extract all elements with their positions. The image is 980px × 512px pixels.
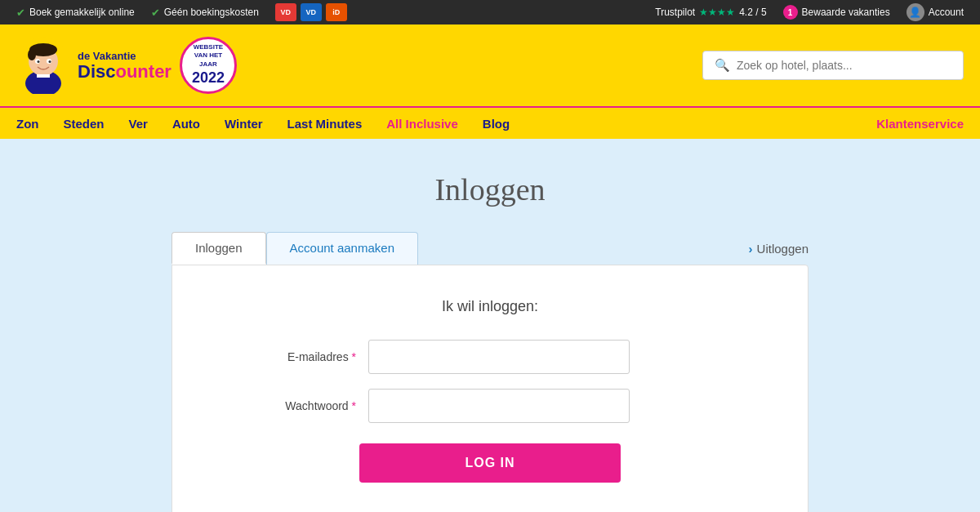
- page-content: Inloggen Inloggen Account aanmaken › Uit…: [0, 139, 980, 512]
- nav-steden[interactable]: Steden: [64, 109, 105, 139]
- award-year: 2022: [192, 69, 225, 87]
- nocost-label: Géén boekingskosten: [164, 7, 259, 18]
- tabs: Inloggen Account aanmaken: [172, 232, 418, 265]
- uitloggen-chevron: ›: [749, 242, 753, 256]
- logo-area[interactable]: de Vakantie Discounter WEBSITE VAN HET J…: [16, 37, 237, 94]
- top-bar: ✔ Boek gemakkelijk online ✔ Géén boeking…: [0, 0, 980, 24]
- svg-point-6: [37, 60, 39, 63]
- page-title: Inloggen: [434, 171, 545, 207]
- tab-login[interactable]: Inloggen: [172, 232, 266, 265]
- email-row: E-mailadres *: [238, 340, 742, 374]
- nav-winter[interactable]: Winter: [225, 109, 263, 139]
- tab-create-account[interactable]: Account aanmaken: [266, 232, 418, 265]
- account-label: Account: [929, 7, 964, 18]
- uitloggen-label: Uitloggen: [757, 242, 808, 256]
- password-input[interactable]: [368, 389, 630, 423]
- award-line3: JAAR: [199, 60, 217, 69]
- trustpilot-label: Trustpilot: [655, 7, 695, 18]
- nav-ver[interactable]: Ver: [129, 109, 148, 139]
- search-bar[interactable]: 🔍: [702, 51, 964, 80]
- nav-links: Zon Steden Ver Auto Winter Last Minutes …: [16, 109, 510, 139]
- svg-point-3: [28, 49, 36, 60]
- trustpilot-stars: ★★★★: [699, 7, 735, 18]
- account-button[interactable]: 👤 Account: [906, 3, 964, 21]
- check-icon-2: ✔: [151, 7, 160, 19]
- trustpilot-score: 4.2 / 5: [739, 7, 766, 18]
- svg-rect-8: [37, 74, 50, 78]
- tabs-area: Inloggen Account aanmaken › Uitloggen: [172, 232, 808, 265]
- password-row: Wachtwoord *: [238, 389, 742, 423]
- top-bar-left: ✔ Boek gemakkelijk online ✔ Géén boeking…: [16, 3, 347, 21]
- email-label: E-mailadres *: [238, 350, 368, 363]
- logo-text-area: de Vakantie Discounter: [78, 50, 172, 81]
- header-bar: de Vakantie Discounter WEBSITE VAN HET J…: [0, 24, 980, 106]
- login-button[interactable]: LOG IN: [359, 443, 621, 483]
- klantenservice-link[interactable]: Klantenservice: [876, 117, 964, 131]
- award-badge: WEBSITE VAN HET JAAR 2022: [180, 37, 237, 94]
- nav-zon[interactable]: Zon: [16, 109, 39, 139]
- nav-auto[interactable]: Auto: [172, 109, 200, 139]
- nav-all-inclusive[interactable]: All Inclusive: [386, 109, 458, 139]
- trustpilot-item: Trustpilot ★★★★ 4.2 / 5: [655, 7, 766, 18]
- brand-logo-red: VD: [275, 3, 296, 21]
- search-icon: 🔍: [715, 58, 730, 73]
- mascot: [16, 37, 69, 94]
- nav-blog[interactable]: Blog: [483, 109, 510, 139]
- book-label: Boek gemakkelijk online: [29, 7, 135, 18]
- saved-vacations[interactable]: 1 Bewaarde vakanties: [783, 5, 890, 20]
- top-bar-item-book: ✔ Boek gemakkelijk online: [16, 7, 135, 19]
- top-bar-right: Trustpilot ★★★★ 4.2 / 5 1 Bewaarde vakan…: [655, 3, 964, 21]
- password-required: *: [352, 399, 356, 412]
- nav-bar: Zon Steden Ver Auto Winter Last Minutes …: [0, 106, 980, 139]
- saved-label: Bewaarde vakanties: [802, 7, 890, 18]
- brand-logos: VD VD iD: [275, 3, 347, 21]
- saved-badge: 1: [783, 5, 798, 20]
- svg-point-7: [48, 60, 51, 63]
- login-box: Ik wil inloggen: E-mailadres * Wachtwoor…: [172, 265, 808, 512]
- password-label: Wachtwoord *: [238, 399, 368, 412]
- form-title: Ik wil inloggen:: [238, 298, 742, 315]
- brand-logo-blue: VD: [301, 3, 322, 21]
- search-input[interactable]: [737, 59, 951, 72]
- top-bar-item-nocost: ✔ Géén boekingskosten: [151, 7, 259, 19]
- account-avatar-icon: 👤: [906, 3, 924, 21]
- uitloggen-link[interactable]: › Uitloggen: [749, 242, 808, 256]
- brand-logo-orange: iD: [326, 3, 347, 21]
- logo-line2: Discounter: [78, 63, 172, 81]
- email-input[interactable]: [368, 340, 630, 374]
- award-line2: VAN HET: [194, 51, 223, 60]
- nav-last-minutes[interactable]: Last Minutes: [287, 109, 363, 139]
- check-icon-1: ✔: [16, 7, 25, 19]
- award-line1: WEBSITE: [194, 43, 223, 51]
- email-required: *: [352, 350, 356, 363]
